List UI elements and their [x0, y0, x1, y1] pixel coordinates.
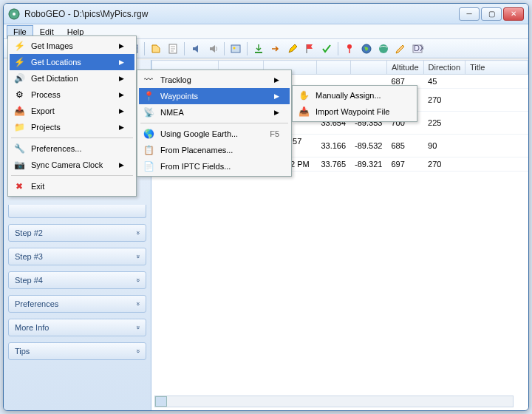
- svg-point-16: [379, 44, 388, 53]
- menu-tracklog[interactable]: 〰Tracklog▶: [139, 72, 290, 88]
- col-lon[interactable]: [350, 61, 386, 75]
- window-controls: ─ ▢ ✕: [459, 7, 524, 21]
- menu-preferences[interactable]: 🔧Preferences...: [10, 140, 134, 157]
- gear-icon: ⚙: [13, 88, 26, 101]
- sidebar-step3[interactable]: Step #3»: [8, 248, 146, 265]
- menu-iptc[interactable]: 📄From IPTC Fields...: [139, 158, 290, 174]
- svg-point-12: [233, 47, 236, 49]
- tool-export1-icon[interactable]: [251, 41, 266, 56]
- tool-audio2-icon[interactable]: [205, 41, 220, 56]
- sidebar-step1-cut[interactable]: [8, 205, 146, 218]
- menu-export[interactable]: 📤Export▶: [10, 103, 134, 119]
- tool-pin-icon[interactable]: [342, 41, 357, 56]
- tool-tag-icon[interactable]: [149, 41, 163, 56]
- col-altitude[interactable]: Altitude: [386, 61, 423, 75]
- file-menu: ⚡Get Images▶ ⚡Get Locations▶ 🔊Get Dictat…: [7, 35, 137, 197]
- tool-check-icon[interactable]: [319, 41, 334, 56]
- waypoint-icon: 📍: [142, 89, 155, 103]
- tool-export2-icon[interactable]: [268, 41, 283, 56]
- svg-text:DXF: DXF: [414, 44, 423, 52]
- menu-manual-assign[interactable]: ✋Manually Assign...: [294, 87, 415, 104]
- menu-sync-clock[interactable]: 📷Sync Camera Clock▶: [10, 157, 134, 173]
- menu-get-locations[interactable]: ⚡Get Locations▶: [10, 54, 134, 70]
- svg-point-1: [13, 13, 16, 16]
- menu-projects[interactable]: 📁Projects▶: [10, 119, 134, 135]
- track-icon: 〰: [142, 73, 155, 86]
- menu-nmea[interactable]: 📡NMEA▶: [139, 104, 290, 121]
- tool-ge-icon[interactable]: [376, 41, 391, 56]
- svg-rect-13: [255, 52, 262, 53]
- svg-point-14: [347, 44, 352, 49]
- menu-waypoints[interactable]: 📍Waypoints▶: [139, 88, 290, 104]
- tool-pencil-icon[interactable]: [393, 41, 408, 56]
- window-title: RoboGEO - D:\pics\MyPics.rgw: [24, 9, 459, 19]
- tool-note-icon[interactable]: [166, 41, 180, 56]
- titlebar: RoboGEO - D:\pics\MyPics.rgw ─ ▢ ✕: [4, 4, 528, 24]
- app-icon: [8, 8, 20, 20]
- lightning-icon: ⚡: [13, 55, 26, 69]
- menu-import-waypoint[interactable]: 📥Import Waypoint File: [294, 104, 415, 120]
- tool-dxf-icon[interactable]: DXF: [410, 41, 425, 56]
- minimize-button[interactable]: ─: [459, 7, 480, 21]
- menu-placenames[interactable]: 📋From Placenames...: [139, 142, 290, 158]
- list-icon: 📋: [142, 143, 155, 157]
- audio-icon: 🔊: [13, 72, 26, 85]
- waypoints-submenu: ✋Manually Assign... 📥Import Waypoint Fil…: [292, 85, 417, 122]
- import-icon: 📥: [297, 105, 310, 118]
- menu-google-earth[interactable]: 🌎Using Google Earth...F5: [139, 126, 290, 142]
- hand-icon: ✋: [297, 89, 310, 102]
- tool-earth-icon[interactable]: [359, 41, 374, 56]
- menu-get-dictation[interactable]: 🔊Get Dictation▶: [10, 70, 134, 86]
- col-lat[interactable]: [316, 61, 350, 75]
- svg-rect-11: [231, 45, 240, 52]
- export-icon: 📤: [13, 104, 26, 118]
- sidebar-prefs[interactable]: Preferences»: [8, 295, 146, 313]
- close-icon: ✖: [13, 180, 26, 193]
- tool-edit-icon[interactable]: [285, 41, 300, 56]
- folder-icon: 📁: [13, 121, 26, 134]
- sidebar-step4[interactable]: Step #4»: [8, 271, 146, 289]
- menu-exit[interactable]: ✖Exit: [10, 178, 134, 194]
- locations-submenu: 〰Tracklog▶ 📍Waypoints▶ 📡NMEA▶ 🌎Using Goo…: [137, 69, 292, 177]
- menu-process[interactable]: ⚙Process▶: [10, 86, 134, 103]
- horizontal-scrollbar[interactable]: [154, 396, 514, 407]
- doc-icon: 📄: [142, 160, 155, 173]
- tool-flag-icon[interactable]: [302, 41, 317, 56]
- lightning-icon: ⚡: [13, 39, 26, 52]
- col-direction[interactable]: Direction: [423, 61, 465, 75]
- maximize-button[interactable]: ▢: [481, 7, 502, 21]
- wrench-icon: 🔧: [13, 142, 26, 155]
- close-button[interactable]: ✕: [503, 7, 524, 21]
- sidebar-more[interactable]: More Info»: [8, 319, 146, 336]
- tool-image-icon[interactable]: [228, 41, 243, 56]
- sidebar-step2[interactable]: Step #2»: [8, 224, 146, 242]
- signal-icon: 📡: [142, 106, 155, 119]
- tool-audio1-icon[interactable]: [188, 41, 203, 56]
- camera-icon: 📷: [13, 158, 26, 172]
- earth-icon: 🌎: [142, 127, 155, 140]
- col-title[interactable]: Title: [466, 61, 528, 75]
- sidebar-tips[interactable]: Tips»: [8, 342, 146, 360]
- menu-get-images[interactable]: ⚡Get Images▶: [10, 38, 134, 54]
